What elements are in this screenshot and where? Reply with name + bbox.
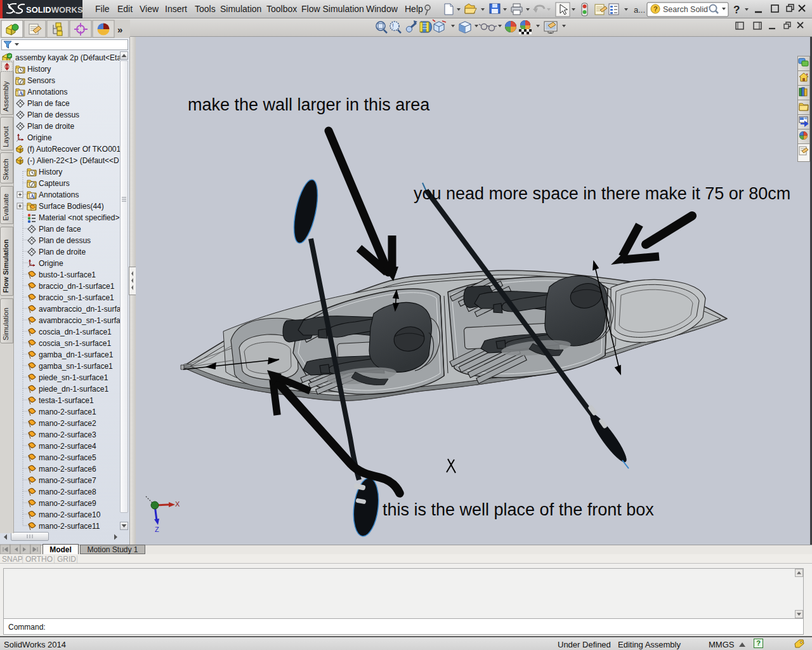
svg-text:!: ! — [392, 23, 394, 30]
svg-text:?: ? — [653, 5, 658, 13]
svg-text:you nead more space in there m: you nead more space in there make it 75 … — [414, 184, 790, 203]
svg-text:a...: a... — [634, 5, 645, 15]
svg-text:X: X — [175, 500, 180, 508]
svg-text:?: ? — [733, 4, 740, 16]
svg-text:this is the well place of the: this is the well place of the front box — [383, 500, 654, 519]
svg-text:make the wall larger in this a: make the wall larger in this area — [188, 95, 430, 114]
svg-text:Z: Z — [155, 526, 159, 533]
svg-text:Search Solidˈ: Search Solidˈ — [663, 5, 710, 14]
svg-text:»: » — [117, 24, 122, 35]
